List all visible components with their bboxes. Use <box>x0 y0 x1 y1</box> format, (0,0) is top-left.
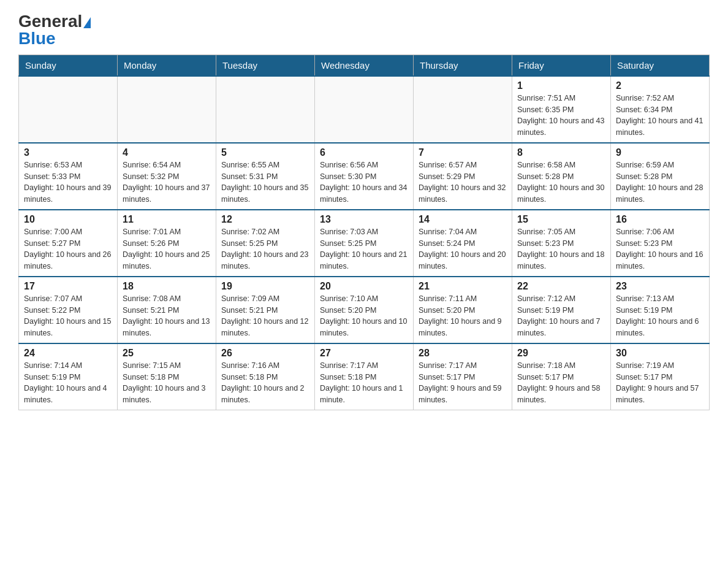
day-number: 20 <box>320 281 408 292</box>
day-info: Sunrise: 7:02 AMSunset: 5:25 PMDaylight:… <box>221 226 309 272</box>
calendar-cell: 8Sunrise: 6:58 AMSunset: 5:28 PMDaylight… <box>512 143 611 210</box>
calendar-cell <box>414 76 512 143</box>
day-number: 25 <box>123 348 211 359</box>
day-number: 30 <box>616 348 704 359</box>
day-number: 23 <box>616 281 704 292</box>
day-info: Sunrise: 7:13 AMSunset: 5:19 PMDaylight:… <box>616 293 704 339</box>
calendar-cell: 27Sunrise: 7:17 AMSunset: 5:18 PMDayligh… <box>315 343 414 410</box>
day-number: 8 <box>517 147 605 158</box>
day-info: Sunrise: 7:11 AMSunset: 5:20 PMDaylight:… <box>419 293 507 339</box>
calendar-cell: 30Sunrise: 7:19 AMSunset: 5:17 PMDayligh… <box>611 343 710 410</box>
calendar-cell: 17Sunrise: 7:07 AMSunset: 5:22 PMDayligh… <box>19 277 118 343</box>
day-info: Sunrise: 6:53 AMSunset: 5:33 PMDaylight:… <box>24 159 112 205</box>
day-number: 7 <box>419 147 507 158</box>
day-number: 19 <box>221 281 309 292</box>
week-row-5: 24Sunrise: 7:14 AMSunset: 5:19 PMDayligh… <box>19 343 710 410</box>
calendar-cell: 4Sunrise: 6:54 AMSunset: 5:32 PMDaylight… <box>118 143 216 210</box>
day-info: Sunrise: 7:17 AMSunset: 5:17 PMDaylight:… <box>419 360 507 406</box>
day-header-friday: Friday <box>512 55 611 76</box>
calendar-cell: 25Sunrise: 7:15 AMSunset: 5:18 PMDayligh… <box>118 343 216 410</box>
calendar-cell: 24Sunrise: 7:14 AMSunset: 5:19 PMDayligh… <box>19 343 118 410</box>
calendar-cell: 1Sunrise: 7:51 AMSunset: 6:35 PMDaylight… <box>512 76 611 143</box>
calendar-cell: 14Sunrise: 7:04 AMSunset: 5:24 PMDayligh… <box>414 210 512 277</box>
day-info: Sunrise: 7:51 AMSunset: 6:35 PMDaylight:… <box>517 93 605 139</box>
day-header-thursday: Thursday <box>414 55 512 76</box>
day-info: Sunrise: 7:01 AMSunset: 5:26 PMDaylight:… <box>123 226 211 272</box>
logo-blue: Blue <box>18 29 56 48</box>
day-number: 22 <box>517 281 605 292</box>
day-number: 5 <box>221 147 309 158</box>
day-number: 9 <box>616 147 704 158</box>
week-row-1: 1Sunrise: 7:51 AMSunset: 6:35 PMDaylight… <box>19 76 710 143</box>
calendar-cell: 13Sunrise: 7:03 AMSunset: 5:25 PMDayligh… <box>315 210 414 277</box>
day-number: 29 <box>517 348 605 359</box>
calendar-cell: 22Sunrise: 7:12 AMSunset: 5:19 PMDayligh… <box>512 277 611 343</box>
day-number: 21 <box>419 281 507 292</box>
calendar-cell: 29Sunrise: 7:18 AMSunset: 5:17 PMDayligh… <box>512 343 611 410</box>
day-number: 6 <box>320 147 408 158</box>
calendar-cell: 6Sunrise: 6:56 AMSunset: 5:30 PMDaylight… <box>315 143 414 210</box>
calendar-cell: 21Sunrise: 7:11 AMSunset: 5:20 PMDayligh… <box>414 277 512 343</box>
day-number: 26 <box>221 348 309 359</box>
calendar-table: SundayMondayTuesdayWednesdayThursdayFrid… <box>18 55 710 410</box>
day-info: Sunrise: 7:03 AMSunset: 5:25 PMDaylight:… <box>320 226 408 272</box>
calendar-header-row: SundayMondayTuesdayWednesdayThursdayFrid… <box>19 55 710 76</box>
day-info: Sunrise: 7:14 AMSunset: 5:19 PMDaylight:… <box>24 360 112 406</box>
day-info: Sunrise: 7:17 AMSunset: 5:18 PMDaylight:… <box>320 360 408 406</box>
page-header: General Blue <box>18 12 710 48</box>
week-row-3: 10Sunrise: 7:00 AMSunset: 5:27 PMDayligh… <box>19 210 710 277</box>
day-number: 1 <box>517 80 605 91</box>
calendar-cell: 19Sunrise: 7:09 AMSunset: 5:21 PMDayligh… <box>216 277 315 343</box>
day-info: Sunrise: 6:59 AMSunset: 5:28 PMDaylight:… <box>616 159 704 205</box>
day-number: 28 <box>419 348 507 359</box>
day-number: 17 <box>24 281 112 292</box>
day-info: Sunrise: 7:05 AMSunset: 5:23 PMDaylight:… <box>517 226 605 272</box>
day-number: 16 <box>616 214 704 225</box>
day-info: Sunrise: 7:52 AMSunset: 6:34 PMDaylight:… <box>616 93 704 139</box>
calendar-cell: 20Sunrise: 7:10 AMSunset: 5:20 PMDayligh… <box>315 277 414 343</box>
day-header-sunday: Sunday <box>19 55 118 76</box>
calendar-cell: 15Sunrise: 7:05 AMSunset: 5:23 PMDayligh… <box>512 210 611 277</box>
day-info: Sunrise: 7:06 AMSunset: 5:23 PMDaylight:… <box>616 226 704 272</box>
day-info: Sunrise: 7:18 AMSunset: 5:17 PMDaylight:… <box>517 360 605 406</box>
day-number: 24 <box>24 348 112 359</box>
calendar-cell <box>118 76 216 143</box>
calendar-cell: 2Sunrise: 7:52 AMSunset: 6:34 PMDaylight… <box>611 76 710 143</box>
day-info: Sunrise: 6:55 AMSunset: 5:31 PMDaylight:… <box>221 159 309 205</box>
day-info: Sunrise: 6:56 AMSunset: 5:30 PMDaylight:… <box>320 159 408 205</box>
day-header-tuesday: Tuesday <box>216 55 315 76</box>
calendar-cell: 11Sunrise: 7:01 AMSunset: 5:26 PMDayligh… <box>118 210 216 277</box>
day-info: Sunrise: 7:04 AMSunset: 5:24 PMDaylight:… <box>419 226 507 272</box>
day-info: Sunrise: 7:09 AMSunset: 5:21 PMDaylight:… <box>221 293 309 339</box>
day-info: Sunrise: 7:08 AMSunset: 5:21 PMDaylight:… <box>123 293 211 339</box>
calendar-cell: 26Sunrise: 7:16 AMSunset: 5:18 PMDayligh… <box>216 343 315 410</box>
day-number: 10 <box>24 214 112 225</box>
day-info: Sunrise: 7:07 AMSunset: 5:22 PMDaylight:… <box>24 293 112 339</box>
day-header-wednesday: Wednesday <box>315 55 414 76</box>
day-header-saturday: Saturday <box>611 55 710 76</box>
day-number: 12 <box>221 214 309 225</box>
day-header-monday: Monday <box>118 55 216 76</box>
day-info: Sunrise: 7:00 AMSunset: 5:27 PMDaylight:… <box>24 226 112 272</box>
day-info: Sunrise: 6:57 AMSunset: 5:29 PMDaylight:… <box>419 159 507 205</box>
week-row-4: 17Sunrise: 7:07 AMSunset: 5:22 PMDayligh… <box>19 277 710 343</box>
day-number: 13 <box>320 214 408 225</box>
day-info: Sunrise: 7:10 AMSunset: 5:20 PMDaylight:… <box>320 293 408 339</box>
day-number: 2 <box>616 80 704 91</box>
calendar-cell: 23Sunrise: 7:13 AMSunset: 5:19 PMDayligh… <box>611 277 710 343</box>
calendar-cell: 5Sunrise: 6:55 AMSunset: 5:31 PMDaylight… <box>216 143 315 210</box>
day-number: 3 <box>24 147 112 158</box>
calendar-cell <box>19 76 118 143</box>
day-number: 11 <box>123 214 211 225</box>
day-number: 27 <box>320 348 408 359</box>
logo-triangle-icon <box>83 17 91 28</box>
calendar-cell: 28Sunrise: 7:17 AMSunset: 5:17 PMDayligh… <box>414 343 512 410</box>
day-number: 4 <box>123 147 211 158</box>
calendar-cell: 18Sunrise: 7:08 AMSunset: 5:21 PMDayligh… <box>118 277 216 343</box>
calendar-cell: 7Sunrise: 6:57 AMSunset: 5:29 PMDaylight… <box>414 143 512 210</box>
day-info: Sunrise: 7:15 AMSunset: 5:18 PMDaylight:… <box>123 360 211 406</box>
calendar-cell: 3Sunrise: 6:53 AMSunset: 5:33 PMDaylight… <box>19 143 118 210</box>
calendar-cell: 16Sunrise: 7:06 AMSunset: 5:23 PMDayligh… <box>611 210 710 277</box>
day-info: Sunrise: 7:16 AMSunset: 5:18 PMDaylight:… <box>221 360 309 406</box>
calendar-cell: 9Sunrise: 6:59 AMSunset: 5:28 PMDaylight… <box>611 143 710 210</box>
